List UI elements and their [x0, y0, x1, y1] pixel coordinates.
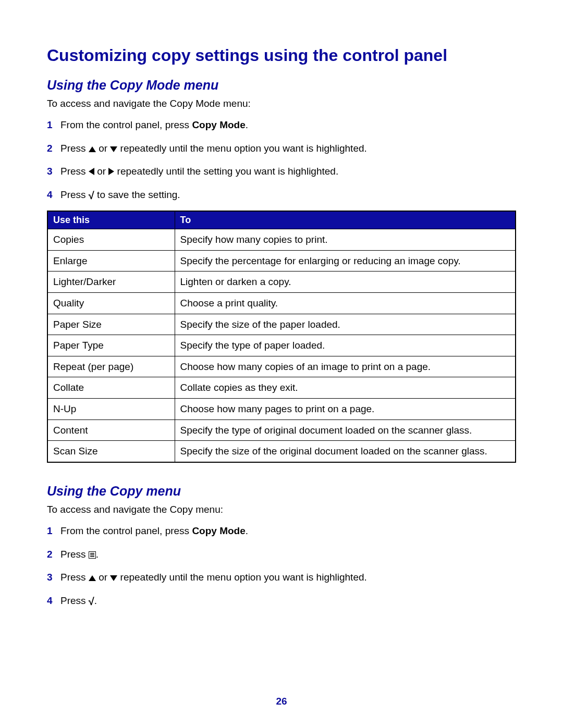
table-cell-to: Choose how many pages to print on a page…: [175, 399, 516, 420]
step-text: Press: [60, 166, 89, 177]
table-row: Scan SizeSpecify the size of the origina…: [47, 441, 516, 462]
table-row: ContentSpecify the type of original docu…: [47, 419, 516, 441]
step-text: Press: [60, 595, 89, 606]
table-cell-to: Choose how many copies of an image to pr…: [175, 356, 516, 377]
table-cell-to: Collate copies as they exit.: [175, 377, 516, 399]
table-row: CollateCollate copies as they exit.: [47, 377, 516, 399]
down-arrow-icon: [110, 575, 117, 581]
page-title: Customizing copy settings using the cont…: [47, 46, 516, 65]
table-cell-use: N-Up: [47, 399, 175, 420]
table-row: Paper TypeSpecify the type of paper load…: [47, 335, 516, 356]
up-arrow-icon: [89, 146, 96, 152]
section-heading-copy-menu: Using the Copy menu: [47, 484, 516, 499]
step-text: repeatedly until the menu option you wan…: [117, 143, 366, 154]
check-icon: √: [89, 190, 94, 201]
table-header: To: [175, 211, 516, 229]
step-text: .: [246, 119, 248, 130]
table-cell-to: Specify the size of the paper loaded.: [175, 314, 516, 335]
table-row: Repeat (per page)Choose how many copies …: [47, 356, 516, 377]
step-bold: Copy Mode: [192, 119, 245, 130]
table-cell-to: Specify how many copies to print.: [175, 229, 516, 251]
step: Press or repeatedly until the menu optio…: [47, 570, 516, 585]
step-text: or: [96, 143, 110, 154]
down-arrow-icon: [110, 146, 117, 152]
table-header-row: Use this To: [47, 211, 516, 229]
menu-icon: [89, 551, 96, 559]
step: Press √ to save the setting.: [47, 188, 516, 203]
steps-copy-menu: From the control panel, press Copy Mode.…: [47, 524, 516, 608]
table-row: Lighter/DarkerLighten or darken a copy.: [47, 272, 516, 293]
document-page: Customizing copy settings using the cont…: [0, 0, 563, 728]
step-text: repeatedly until the menu option you wan…: [117, 572, 366, 583]
step-text: to save the setting.: [94, 189, 180, 200]
table-cell-use: Copies: [47, 229, 175, 251]
page-number: 26: [0, 696, 563, 707]
step: Press or repeatedly until the menu optio…: [47, 141, 516, 156]
step: Press or repeatedly until the setting yo…: [47, 164, 516, 179]
step-text: or: [94, 166, 108, 177]
table-header: Use this: [47, 211, 175, 229]
step-text: or: [96, 572, 110, 583]
left-arrow-icon: [89, 168, 94, 175]
table-row: QualityChoose a print quality.: [47, 292, 516, 314]
table-cell-to: Specify the type of paper loaded.: [175, 335, 516, 356]
table-cell-to: Choose a print quality.: [175, 292, 516, 314]
step-text: Press: [60, 143, 89, 154]
step-text: repeatedly until the setting you want is…: [114, 166, 338, 177]
table-cell-to: Specify the type of original document lo…: [175, 419, 516, 441]
table-cell-use: Quality: [47, 292, 175, 314]
table-cell-use: Content: [47, 419, 175, 441]
step-text: .: [96, 549, 99, 560]
table-cell-use: Repeat (per page): [47, 356, 175, 377]
step-text: Press: [60, 189, 89, 200]
step: From the control panel, press Copy Mode.: [47, 524, 516, 539]
steps-copy-mode: From the control panel, press Copy Mode.…: [47, 118, 516, 202]
table-row: N-UpChoose how many pages to print on a …: [47, 399, 516, 420]
step-text: Press: [60, 549, 89, 560]
right-arrow-icon: [108, 168, 114, 175]
table-cell-to: Specify the size of the original documen…: [175, 441, 516, 462]
table-row: Paper SizeSpecify the size of the paper …: [47, 314, 516, 335]
table-cell-to: Specify the percentage for enlarging or …: [175, 250, 516, 272]
step: From the control panel, press Copy Mode.: [47, 118, 516, 133]
step-text: .: [94, 595, 97, 606]
step-text: From the control panel, press: [60, 119, 192, 130]
check-icon: √: [89, 596, 94, 607]
table-cell-to: Lighten or darken a copy.: [175, 272, 516, 293]
table-cell-use: Lighter/Darker: [47, 272, 175, 293]
step: Press .: [47, 547, 516, 562]
table-row: CopiesSpecify how many copies to print.: [47, 229, 516, 251]
table-cell-use: Paper Size: [47, 314, 175, 335]
step-bold: Copy Mode: [192, 525, 245, 536]
step-text: Press: [60, 572, 89, 583]
step: Press √.: [47, 594, 516, 609]
step-text: From the control panel, press: [60, 525, 192, 536]
section-intro: To access and navigate the Copy menu:: [47, 504, 516, 515]
table-row: EnlargeSpecify the percentage for enlarg…: [47, 250, 516, 272]
table-cell-use: Enlarge: [47, 250, 175, 272]
copy-mode-options-table: Use this To CopiesSpecify how many copie…: [47, 211, 516, 463]
table-cell-use: Scan Size: [47, 441, 175, 462]
section-intro: To access and navigate the Copy Mode men…: [47, 98, 516, 109]
table-cell-use: Paper Type: [47, 335, 175, 356]
section-heading-copy-mode: Using the Copy Mode menu: [47, 78, 516, 93]
step-text: .: [246, 525, 248, 536]
table-cell-use: Collate: [47, 377, 175, 399]
up-arrow-icon: [89, 575, 96, 581]
